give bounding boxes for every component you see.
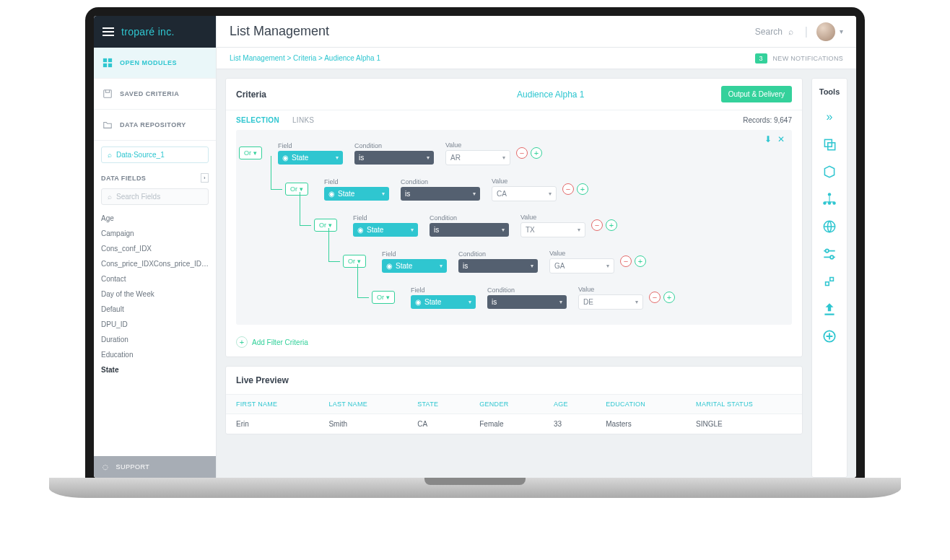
field-item[interactable]: Age xyxy=(101,211,209,226)
hierarchy-icon[interactable] xyxy=(822,191,837,207)
add-rule-button[interactable]: + xyxy=(663,292,675,303)
cell: Masters xyxy=(596,414,686,434)
add-rule-button[interactable]: + xyxy=(531,147,542,159)
global-search[interactable]: Search ⌕ xyxy=(755,27,793,37)
close-icon[interactable]: ✕ xyxy=(777,134,785,144)
field-select[interactable]: ◉State▾ xyxy=(324,187,389,201)
field-item[interactable]: Day of the Week xyxy=(101,286,209,302)
value-column-label: Value xyxy=(578,286,643,293)
or-operator[interactable]: Or ▾ xyxy=(285,183,308,196)
tools-rail: Tools » xyxy=(811,78,847,478)
or-operator[interactable]: Or ▾ xyxy=(314,219,337,232)
svg-rect-0 xyxy=(103,58,107,62)
remove-rule-button[interactable]: − xyxy=(649,292,661,303)
modules-icon xyxy=(103,58,113,68)
remove-rule-button[interactable]: − xyxy=(620,255,632,267)
tab-links[interactable]: LINKS xyxy=(292,116,314,124)
field-item[interactable]: Cons_price_IDXCons_price_IDX… xyxy=(101,256,209,271)
field-item[interactable]: Campaign xyxy=(101,226,209,241)
record-count: Records: 9,647 xyxy=(743,116,792,124)
notification-badge[interactable]: 3 xyxy=(755,53,767,64)
nav-saved-criteria[interactable]: SAVED CRITERIA xyxy=(94,79,216,110)
add-icon[interactable] xyxy=(822,328,837,344)
plus-icon: + xyxy=(236,336,248,348)
chevron-down-icon[interactable]: ▾ xyxy=(840,27,843,35)
breadcrumb-row: List Management > Criteria > Audience Al… xyxy=(217,48,856,69)
column-header[interactable]: EDUCATION xyxy=(596,395,686,414)
condition-select[interactable]: is▾ xyxy=(458,259,538,273)
add-filter-label: Add Filter Criteria xyxy=(252,338,308,346)
shape-icon[interactable] xyxy=(822,164,837,180)
download-icon[interactable]: ⬇ xyxy=(764,134,772,144)
field-select[interactable]: ◉State▾ xyxy=(382,259,447,273)
field-item[interactable]: Default xyxy=(101,302,209,317)
svg-rect-1 xyxy=(108,58,112,62)
add-filter-button[interactable]: + Add Filter Criteria xyxy=(226,332,802,356)
upload-icon[interactable] xyxy=(822,301,837,317)
field-column-label: Field xyxy=(382,250,447,258)
field-item[interactable]: DPU_ID xyxy=(101,317,209,332)
value-select[interactable]: DE▾ xyxy=(578,294,643,310)
datasource-select[interactable]: ⌕ Data·Source_1 xyxy=(101,146,209,163)
topbar: List Management Search ⌕ | ▾ xyxy=(217,16,856,48)
value-select[interactable]: GA▾ xyxy=(549,258,614,274)
remove-rule-button[interactable]: − xyxy=(591,219,603,231)
add-rule-button[interactable]: + xyxy=(577,183,588,195)
or-operator[interactable]: Or ▾ xyxy=(372,291,395,304)
nav-label: OPEN MODULES xyxy=(120,59,177,66)
nav-data-repository[interactable]: DATA REPOSITORY xyxy=(94,110,216,141)
remove-rule-button[interactable]: − xyxy=(562,183,574,195)
search-fields-input[interactable]: ⌕ Search Fields xyxy=(101,188,209,205)
field-select[interactable]: ◉State▾ xyxy=(411,295,476,309)
output-delivery-button[interactable]: Output & Delivery xyxy=(721,86,792,102)
column-header[interactable]: AGE xyxy=(544,395,596,414)
field-item[interactable]: Cons_conf_IDX xyxy=(101,241,209,256)
expand-icon[interactable]: › xyxy=(201,173,209,183)
svg-point-7 xyxy=(828,193,831,196)
main: List Management Search ⌕ | ▾ List Manage… xyxy=(217,16,856,478)
column-header[interactable]: GENDER xyxy=(469,395,544,414)
column-header[interactable]: LAST NAME xyxy=(318,395,407,414)
avatar[interactable] xyxy=(816,22,835,41)
value-column-label: Value xyxy=(445,141,510,149)
expand-icon[interactable]: » xyxy=(822,109,837,125)
tab-selection[interactable]: SELECTION xyxy=(236,116,279,124)
cell: Erin xyxy=(226,414,318,434)
sliders-icon[interactable] xyxy=(822,246,837,262)
column-header[interactable]: STATE xyxy=(407,395,469,414)
nav-support[interactable]: ◌ SUPPORT xyxy=(94,456,216,478)
table-row[interactable]: ErinSmithCAFemale33MastersSINGLE xyxy=(226,414,802,434)
globe-icon[interactable] xyxy=(822,219,837,235)
field-item[interactable]: Contact xyxy=(101,271,209,286)
value-select[interactable]: AR▾ xyxy=(445,150,510,165)
add-rule-button[interactable]: + xyxy=(606,219,617,231)
value-select[interactable]: TX▾ xyxy=(520,222,585,237)
condition-select[interactable]: is▾ xyxy=(401,187,480,201)
condition-select[interactable]: is▾ xyxy=(487,295,567,309)
field-item[interactable]: Education xyxy=(101,347,209,362)
add-rule-button[interactable]: + xyxy=(635,255,646,267)
svg-point-12 xyxy=(826,249,829,252)
column-header[interactable]: FIRST NAME xyxy=(226,395,318,414)
value-column-label: Value xyxy=(520,214,585,221)
breadcrumb[interactable]: List Management > Criteria > Audience Al… xyxy=(230,54,755,62)
condition-select[interactable]: is▾ xyxy=(430,223,509,237)
audience-name[interactable]: Audience Alpha 1 xyxy=(380,89,721,100)
nav-open-modules[interactable]: OPEN MODULES xyxy=(94,48,216,79)
condition-select[interactable]: is▾ xyxy=(354,151,434,165)
column-header[interactable]: MARITAL STATUS xyxy=(686,395,802,414)
field-item[interactable]: Duration xyxy=(101,332,209,347)
duplicate-icon[interactable] xyxy=(822,136,837,152)
field-item[interactable]: State xyxy=(101,362,209,377)
cell: Female xyxy=(469,414,544,434)
remove-rule-button[interactable]: − xyxy=(516,147,528,159)
or-operator[interactable]: Or ▾ xyxy=(343,255,366,268)
menu-icon[interactable] xyxy=(103,27,114,36)
value-select[interactable]: CA▾ xyxy=(492,186,557,201)
field-select[interactable]: ◉State▾ xyxy=(278,151,343,165)
notification-label[interactable]: NEW NOTIFICATIONS xyxy=(773,55,843,62)
field-select[interactable]: ◉State▾ xyxy=(353,223,418,237)
value-column-label: Value xyxy=(549,250,614,257)
target-icon[interactable] xyxy=(822,274,837,289)
or-operator[interactable]: Or ▾ xyxy=(239,146,262,159)
